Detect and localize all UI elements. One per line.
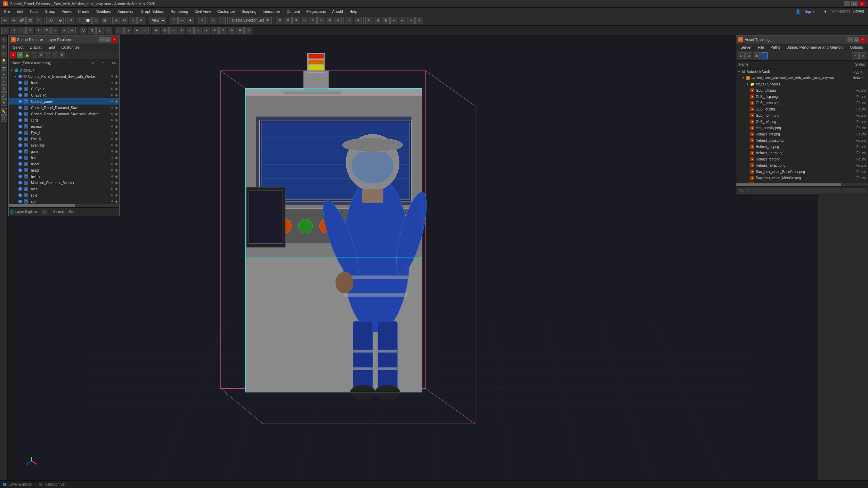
- se-item-gum[interactable]: ⬡gum❄◉: [9, 148, 119, 155]
- at-btn4-active[interactable]: ⬛: [761, 52, 768, 59]
- tb2-snap3[interactable]: ⋇: [133, 27, 140, 34]
- se-item-c_eye_l[interactable]: ⬡C_Eye_L❄◉: [9, 86, 119, 92]
- se-add2-btn[interactable]: ⊕: [38, 52, 44, 58]
- se-item-cord[interactable]: ⬡cord❄◉: [9, 117, 119, 123]
- render-frame[interactable]: ⊸: [407, 17, 415, 24]
- select-name-button[interactable]: []: [76, 17, 83, 24]
- se-item-eye_l[interactable]: ⬡Eye_L❄◉: [9, 130, 119, 136]
- tb2-render1[interactable]: ⋍: [186, 27, 194, 34]
- menu-content[interactable]: Content: [284, 8, 303, 15]
- menu-group[interactable]: Group: [42, 8, 58, 15]
- lt-camera[interactable]: 📷: [1, 65, 7, 71]
- se-scrollbar-thumb[interactable]: [9, 204, 75, 207]
- at-btn3[interactable]: ☰: [753, 52, 760, 59]
- lt-select[interactable]: ↖: [1, 37, 7, 43]
- se-restore[interactable]: □: [105, 37, 111, 42]
- se-item-boot[interactable]: ⬡boot❄◉: [9, 80, 119, 86]
- tb2-btn1[interactable]: ⬛: [1, 27, 9, 34]
- mirror-button[interactable]: ⟺: [178, 17, 186, 24]
- se-item-machine_operation_worker[interactable]: ⬡Machine_Operation_Worker❄◉: [9, 180, 119, 186]
- at-minimize[interactable]: —: [847, 37, 853, 42]
- tb2-snap2[interactable]: ⋆: [124, 27, 132, 34]
- at-file-Helmet_norm-png[interactable]: ■Helmet_norm.pngFound: [736, 150, 868, 156]
- at-menu-file[interactable]: File: [755, 44, 767, 50]
- menu-civil-view[interactable]: Civil View: [192, 8, 213, 15]
- create-selection-set-button[interactable]: Create Selection Set ▼: [229, 17, 272, 24]
- at-menu-bitmap[interactable]: Bitmap Performance and Memory: [784, 44, 846, 50]
- tb2-btn8[interactable]: ⊿: [60, 27, 67, 34]
- menu-views[interactable]: Views: [59, 8, 74, 15]
- tb2-btn7[interactable]: ⊾: [51, 27, 59, 34]
- menu-megascans[interactable]: Megascans: [303, 8, 328, 15]
- scene-explorer[interactable]: ⊲: [354, 17, 362, 24]
- at-file-GLB_ior-png[interactable]: ■GLB_ior.pngFound: [736, 106, 868, 112]
- at-file-GLB_gloss-png[interactable]: ■GLB_gloss.pngFound: [736, 100, 868, 106]
- lt-spacewarp[interactable]: ~: [1, 78, 7, 85]
- se-scrollbar[interactable]: [9, 204, 119, 207]
- menu-rendering[interactable]: Rendering: [168, 8, 191, 15]
- tb2-anim2[interactable]: ⋊: [161, 27, 169, 34]
- tb2-btn10[interactable]: ⋁: [80, 27, 87, 34]
- se-item-head[interactable]: ⬡head❄◉: [9, 167, 119, 173]
- tb2-anim4[interactable]: ⋌: [178, 27, 185, 34]
- view-dropdown[interactable]: View: [149, 17, 166, 24]
- se-item-suit[interactable]: ⬡suit❄◉: [9, 198, 119, 204]
- tb2-btn3[interactable]: ⊺: [18, 27, 26, 34]
- se-item-met[interactable]: ⬡met❄◉: [9, 186, 119, 192]
- tb2-render4[interactable]: ⋐: [211, 27, 219, 34]
- render-setup[interactable]: ⊷: [399, 17, 406, 24]
- at-file-GLB_norm-png[interactable]: ■GLB_norm.pngFound: [736, 112, 868, 118]
- se-item-hand[interactable]: ⬡hand❄◉: [9, 161, 119, 167]
- se-menu-select[interactable]: Select: [10, 44, 26, 50]
- at-file-hair_density-png[interactable]: ■hair_density.pngFound: [736, 125, 868, 131]
- schematic-view[interactable]: ⊵: [382, 17, 390, 24]
- lt-pivot[interactable]: ⊕: [1, 99, 7, 106]
- at-help[interactable]: ?: [852, 52, 859, 59]
- se-lock-btn[interactable]: 🔒: [24, 52, 30, 58]
- tb2-btn4[interactable]: ⊻: [26, 27, 34, 34]
- percent-snap[interactable]: %: [210, 17, 217, 24]
- se-root-layer[interactable]: ▼ 🌐 0 (default): [9, 67, 119, 73]
- se-item-control_panel_diamond_saw[interactable]: ⬡Control_Panel_Diamond_Saw❄◉: [9, 105, 119, 111]
- tb2-render3[interactable]: ⋏: [203, 27, 210, 34]
- se-item-earmuff[interactable]: ⬡earmuff❄◉: [9, 123, 119, 130]
- at-btn1[interactable]: ⊟: [738, 52, 745, 59]
- menu-customize[interactable]: Customize: [214, 8, 238, 15]
- quick-align[interactable]: ⊨: [301, 17, 308, 24]
- tb2-help[interactable]: ?: [244, 27, 252, 34]
- lt-move[interactable]: ✛: [1, 44, 7, 50]
- tb2-render5[interactable]: ⋑: [219, 27, 227, 34]
- se-vis-btn[interactable]: 👁: [17, 52, 23, 58]
- tb2-snap4[interactable]: ⋈: [141, 27, 149, 34]
- se-item-c_eye_r[interactable]: ⬡C_Eye_R❄◉: [9, 92, 119, 98]
- se-item-hair[interactable]: ⬡hair❄◉: [9, 155, 119, 161]
- rotate-button[interactable]: ↺: [121, 17, 128, 24]
- at-file-Helmet_refract-png[interactable]: ■Helmet_refract.pngFound: [736, 162, 868, 168]
- se-group-item[interactable]: ▼ Control_Panel_Diamond_Saw_with_Worker …: [9, 73, 119, 80]
- at-main-file[interactable]: ▼ ■ Control_Panel_Diamond_Saw_with_Worke…: [736, 75, 868, 81]
- at-scrollbar-thumb[interactable]: [736, 183, 841, 186]
- se-up-btn[interactable]: ↑: [45, 52, 51, 58]
- unlink-button[interactable]: ⛓: [26, 17, 34, 24]
- at-search-input[interactable]: [738, 188, 866, 194]
- at-file-GLB_disp-png[interactable]: ■GLB_disp.pngFound: [736, 93, 868, 100]
- layer-mgr[interactable]: ⊱: [346, 17, 353, 24]
- spinner-snap[interactable]: ↕: [218, 17, 226, 24]
- dope-sheet[interactable]: ⊴: [374, 17, 381, 24]
- select-object-button[interactable]: ↖: [67, 17, 75, 24]
- se-item-control_panel_diamond_saw_with_worker[interactable]: ⬡Control_Panel_Diamond_Saw_with_Worker❄◉: [9, 111, 119, 117]
- close-button[interactable]: ✕: [859, 1, 865, 6]
- lt-paint[interactable]: 🖊: [1, 92, 7, 99]
- place-highlight[interactable]: ⊮: [317, 17, 325, 24]
- snap-3d-button[interactable]: 3: [198, 17, 206, 24]
- se-down-btn[interactable]: ↓: [52, 52, 58, 58]
- lt-measure[interactable]: 📏: [1, 108, 7, 115]
- menu-animation[interactable]: Animation: [115, 8, 137, 15]
- tb2-btn2[interactable]: ↺: [10, 27, 17, 34]
- tb2-render7[interactable]: ⋓: [236, 27, 244, 34]
- tb2-btn5[interactable]: ⊼: [35, 27, 42, 34]
- select-region2-button[interactable]: ⬚: [92, 17, 100, 24]
- tb2-anim1[interactable]: ⋉: [153, 27, 160, 34]
- at-file-Helmet_ior-png[interactable]: ■Helmet_ior.pngFound: [736, 143, 868, 150]
- minimize-button[interactable]: —: [844, 1, 850, 6]
